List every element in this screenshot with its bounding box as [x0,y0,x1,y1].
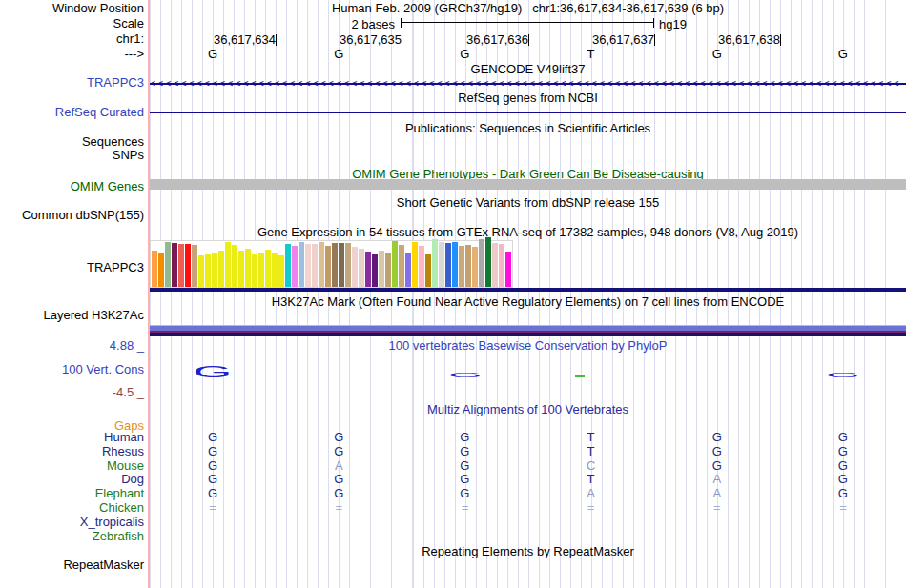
gtex-tissue-bar[interactable] [405,253,411,287]
gtex-tissue-bar[interactable] [232,245,237,287]
gtex-tissue-bar[interactable] [152,251,157,287]
gtex-tissue-bar[interactable] [399,245,404,287]
multiz-species-label[interactable]: Dog [0,473,144,485]
multiz-aligned-base: G [319,487,358,499]
gtex-tissue-bar[interactable] [439,242,444,287]
multiz-species-label[interactable]: Elephant [0,487,144,499]
publications-sequences-label[interactable]: Sequences [0,135,144,148]
gtex-tissue-bar[interactable] [258,253,264,287]
repeatmasker-label[interactable]: RepeatMasker [0,558,144,571]
gencode-gene-model[interactable]: <<<<<<<<<<<<<<<<<<<<<<<<<<<<<<<<<<<<<<<<… [150,77,906,90]
conservation-base-glyph[interactable]: G [822,370,864,379]
multiz-aligned-base: G [445,487,484,499]
multiz-species-label[interactable]: X_tropicalis [0,516,144,528]
ruler-position-number: 36,617,638 [675,32,780,47]
conservation-dash[interactable] [575,375,585,377]
gtex-tissue-bar[interactable] [272,253,278,287]
gtex-tissue-bar[interactable] [212,253,217,287]
ruler-position-number: 36,617,635 [297,32,402,47]
gtex-tissue-bar[interactable] [178,244,184,287]
multiz-species-label[interactable]: Rhesus [0,445,144,457]
gtex-tissue-bar[interactable] [165,242,171,287]
gtex-track-baseline [150,288,906,292]
gtex-tissue-bar[interactable] [432,239,438,287]
gtex-tissue-bar[interactable] [158,253,164,287]
multiz-species-label[interactable]: Mouse [0,459,144,472]
gtex-tissue-bar[interactable] [485,237,491,287]
publications-track-title: Publications: Sequences in Scientific Ar… [150,122,906,134]
gtex-tissue-bar[interactable] [218,251,224,287]
multiz-aligned-base: G [319,445,358,457]
gtex-tissue-bar[interactable] [339,243,344,287]
multiz-aligned-base: G [824,473,862,485]
phylop-label[interactable]: 100 Vert. Cons [0,363,144,375]
refseq-curated-label[interactable]: RefSeq Curated [0,106,144,118]
gtex-tissue-bar[interactable] [412,242,418,287]
gtex-tissue-bar[interactable] [192,245,197,287]
gtex-tissue-bar[interactable] [292,246,298,287]
multiz-species-label[interactable]: Human [0,431,144,443]
reverse-strand-chevrons: <<<<<<<<<<<<<<<<<<<<<<<<<<<<<<<<<<<<<<<<… [150,77,906,90]
conservation-base-glyph[interactable]: G [192,362,234,380]
gtex-tissue-bar[interactable] [445,243,451,287]
multiz-aligned-base: G [824,431,862,443]
gtex-tissue-bar[interactable] [172,243,177,287]
gtex-tissue-bar[interactable] [205,254,211,287]
multiz-aligned-base: A [698,487,736,499]
gtex-tissue-bar[interactable] [465,245,471,287]
gencode-gene-label[interactable]: TRAPPC3 [0,76,144,89]
multiz-track-title: Multiz Alignments of 100 Vertebrates [150,403,906,416]
refseq-gene-line[interactable] [150,112,906,113]
gtex-tissue-bar[interactable] [425,254,431,287]
gtex-tissue-bar[interactable] [359,249,364,287]
gtex-tissue-bar[interactable] [252,254,257,287]
multiz-species-label[interactable]: Chicken [0,501,144,514]
sequence-base: T [572,48,610,60]
gtex-tissue-bar[interactable] [419,246,424,287]
genome-browser-image[interactable]: Window Position Human Feb. 2009 (GRCh37/… [0,0,906,588]
chromosome-label: chr1: [0,32,144,45]
gtex-tissue-bar[interactable] [372,254,378,287]
gtex-tissue-bar[interactable] [305,244,311,287]
gtex-gene-label[interactable]: TRAPPC3 [0,261,144,274]
gtex-tissue-bar[interactable] [345,243,351,287]
multiz-species-label[interactable]: Zebrafish [0,530,144,542]
omim-genes-label[interactable]: OMIM Genes [0,180,144,193]
omim-gene-bar[interactable] [150,179,906,190]
gtex-tissue-bar[interactable] [312,244,318,287]
gtex-tissue-bar[interactable] [385,253,391,287]
gtex-tissue-bar[interactable] [492,243,498,287]
h3k27ac-layered-signal[interactable] [150,325,906,336]
gtex-expression-barchart[interactable] [150,240,513,288]
multiz-aligned-base: T [572,445,610,457]
gtex-tissue-bar[interactable] [332,243,338,287]
gtex-tissue-bar[interactable] [479,239,484,287]
dbsnp-label[interactable]: Common dbSNP(155) [0,209,144,221]
publications-snps-label[interactable]: SNPs [0,149,144,161]
gtex-tissue-bar[interactable] [379,251,384,287]
gtex-tissue-bar[interactable] [198,255,204,287]
conservation-base-glyph[interactable]: G [443,370,485,379]
gtex-tissue-bar[interactable] [325,246,331,287]
gtex-tissue-bar[interactable] [265,250,271,287]
gtex-tissue-bar[interactable] [185,244,191,287]
gtex-tissue-bar[interactable] [459,246,464,287]
multiz-aligned-base: G [319,473,358,485]
gtex-tissue-bar[interactable] [238,251,244,287]
multiz-aligned-base: G [698,431,736,443]
gtex-tissue-bar[interactable] [278,255,284,287]
gtex-tissue-bar[interactable] [392,241,398,287]
gtex-tissue-bar[interactable] [299,242,304,287]
gtex-tissue-bar[interactable] [245,249,251,287]
ruler-position-number: 36,617,636 [423,32,528,47]
gtex-tissue-bar[interactable] [452,242,458,287]
gtex-tissue-bar[interactable] [365,252,371,287]
gtex-tissue-bar[interactable] [472,247,478,287]
gtex-tissue-bar[interactable] [225,242,231,287]
h3k27ac-label[interactable]: Layered H3K27Ac [0,309,144,321]
gtex-tissue-bar[interactable] [499,244,504,287]
gtex-tissue-bar[interactable] [285,244,291,287]
gtex-tissue-bar[interactable] [505,252,511,287]
gtex-tissue-bar[interactable] [319,242,324,287]
gtex-tissue-bar[interactable] [352,247,358,287]
